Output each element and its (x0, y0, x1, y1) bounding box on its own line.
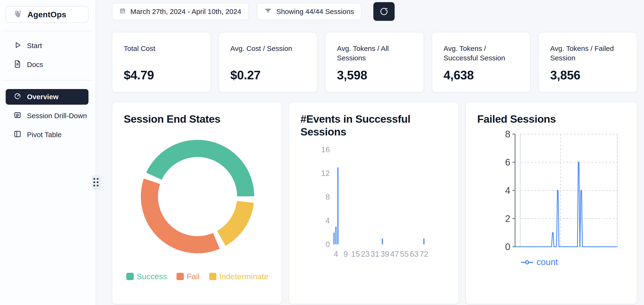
session-end-states-card: Session End States SuccessFailIndetermin… (112, 102, 282, 304)
donut-slice-fail[interactable] (149, 181, 216, 245)
stat-value: 3,856 (550, 68, 626, 82)
paperclips-icon (12, 9, 23, 20)
app-title: AgentOps (28, 10, 66, 19)
histogram-bar[interactable] (336, 227, 337, 244)
legend-swatch (176, 273, 184, 280)
main-content: March 27th, 2024 - April 10th, 2024 Show… (96, 0, 644, 305)
y-tick-label: 6 (505, 157, 510, 167)
y-tick-label: 16 (321, 145, 330, 154)
x-tick-label: 72 (420, 250, 428, 258)
refresh-button[interactable] (373, 2, 395, 21)
donut-plot (136, 135, 259, 258)
stat-label: Avg. Cost / Session (230, 44, 306, 53)
stat-value: 4,638 (444, 68, 519, 82)
count-legend[interactable]: count (465, 257, 614, 267)
grip-dots-icon (94, 178, 99, 187)
app-logo[interactable]: AgentOps (6, 6, 88, 23)
legend-label: Indeterminate (219, 272, 268, 281)
sidebar-divider (2, 80, 94, 81)
histogram-bar[interactable] (382, 238, 383, 244)
donut-chart (136, 135, 259, 259)
stat-card-total-cost: Total Cost $4.79 (112, 32, 211, 93)
stat-value: $4.79 (124, 68, 200, 82)
stat-value: $0.27 (230, 68, 306, 82)
stat-label: Avg. Tokens / Successful Session (444, 44, 519, 63)
x-tick-label: 31 (371, 250, 380, 258)
y-tick-label: 8 (505, 129, 510, 139)
y-tick-label: 2 (505, 213, 510, 224)
refresh-icon (378, 6, 390, 17)
sidebar-resize-handle[interactable] (92, 175, 101, 190)
histogram-bar[interactable] (338, 167, 338, 244)
y-tick-label: 0 (505, 241, 510, 252)
sidebar-item-overview[interactable]: Overview (6, 89, 88, 105)
topbar: March 27th, 2024 - April 10th, 2024 Show… (112, 2, 637, 21)
events-histogram-plot: 0481216491523313947556372 (300, 141, 442, 269)
legend-label: Fail (187, 272, 200, 281)
sidebar-item-label: Overview (27, 93, 58, 101)
y-tick-label: 0 (326, 240, 330, 249)
failed-sessions-plot: 02468 (477, 128, 626, 256)
count-legend-label: count (536, 257, 558, 267)
filter-lines-icon (264, 7, 272, 16)
sidebar-divider (2, 31, 94, 31)
x-tick-label: 15 (351, 250, 360, 258)
sidebar-item-label: Pivot Table (27, 131, 62, 139)
histogram-bar[interactable] (333, 232, 334, 244)
sidebar-item-pivot-table[interactable]: Pivot Table (6, 127, 88, 143)
sidebar: AgentOps Start Docs (0, 0, 96, 305)
y-tick-label: 4 (505, 185, 510, 196)
play-icon (13, 40, 22, 51)
sessions-filter-label: Showing 44/44 Sessions (276, 8, 354, 16)
legend-item-success[interactable]: Success (126, 272, 167, 281)
x-tick-label: 9 (344, 250, 348, 258)
sidebar-nav: Start Docs Overview (0, 38, 96, 143)
donut-slice-indeterminate[interactable] (221, 202, 245, 238)
y-tick-label: 4 (326, 216, 330, 225)
legend-item-fail[interactable]: Fail (176, 272, 200, 281)
x-tick-label: 55 (400, 250, 409, 258)
stat-label: Total Cost (124, 44, 200, 53)
histogram-bar[interactable] (423, 238, 424, 244)
chart-title: Failed Sessions (477, 113, 626, 126)
stat-card-avg-cost-session: Avg. Cost / Session $0.27 (218, 32, 318, 93)
sidebar-item-label: Docs (27, 61, 43, 69)
stats-row: Total Cost $4.79 Avg. Cost / Session $0.… (112, 32, 637, 93)
stat-label: Avg. Tokens / Failed Session (550, 44, 626, 63)
date-range-label: March 27th, 2024 - April 10th, 2024 (130, 8, 241, 16)
sessions-filter[interactable]: Showing 44/44 Sessions (257, 3, 362, 20)
x-tick-label: 47 (390, 250, 399, 258)
x-tick-label: 39 (380, 250, 389, 258)
legend-swatch (209, 273, 216, 280)
legend-item-indeterminate[interactable]: Indeterminate (209, 272, 268, 281)
line-marker-icon (521, 257, 533, 267)
x-tick-label: 4 (334, 250, 338, 258)
calendar-icon (120, 8, 126, 16)
legend-label: Success (136, 272, 167, 281)
stat-card-avg-tokens-successful: Avg. Tokens / Successful Session 4,638 (432, 32, 531, 93)
pivot-layout-icon (13, 129, 22, 140)
legend-swatch (126, 273, 134, 280)
chart-title: Session End States (124, 113, 271, 126)
failed-sessions-card: Failed Sessions 02468 count (465, 102, 637, 304)
charts-row: Session End States SuccessFailIndetermin… (112, 102, 637, 304)
x-tick-label: 63 (410, 250, 418, 258)
x-tick-label: 23 (361, 250, 370, 258)
date-range-picker[interactable]: March 27th, 2024 - April 10th, 2024 (112, 3, 249, 20)
chart-title: #Events in Successful Sessions (300, 113, 433, 138)
stat-value: 3,598 (337, 68, 412, 82)
y-tick-label: 12 (321, 169, 330, 178)
donut-legend: SuccessFailIndeterminate (124, 272, 271, 281)
sidebar-item-docs[interactable]: Docs (6, 57, 88, 73)
events-histogram-card: #Events in Successful Sessions 048121649… (289, 102, 459, 304)
gauge-icon (13, 91, 22, 103)
donut-slice-success[interactable] (154, 148, 246, 197)
sidebar-item-start[interactable]: Start (6, 38, 88, 54)
stat-card-avg-tokens-failed: Avg. Tokens / Failed Session 3,856 (538, 32, 637, 93)
document-icon (13, 59, 22, 70)
sidebar-item-label: Session Drill-Down (27, 112, 87, 120)
sidebar-item-session-drill-down[interactable]: Session Drill-Down (6, 108, 88, 124)
sidebar-item-label: Start (27, 42, 42, 50)
count-line[interactable] (515, 162, 617, 247)
stat-label: Avg. Tokens / All Sessions (337, 44, 412, 63)
